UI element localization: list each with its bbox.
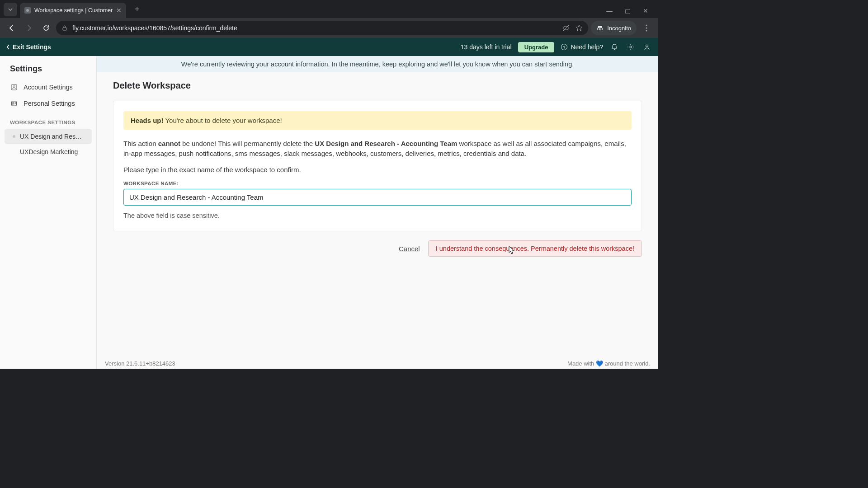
browser-menu-button[interactable]: [639, 21, 654, 35]
heart-icon: 💙: [596, 360, 603, 367]
exit-settings-label: Exit Settings: [13, 43, 51, 51]
made-with-text: Made with 💙 around the world.: [567, 360, 650, 367]
nav-reload-button[interactable]: [39, 21, 53, 35]
main-content: We're currently reviewing your account i…: [97, 56, 658, 369]
svg-point-15: [12, 102, 14, 103]
confirm-instruction: Please type in the exact name of the wor…: [123, 165, 632, 175]
window-maximize-button[interactable]: ▢: [621, 7, 634, 14]
sidebar-item-label: UX Design and Rese…: [20, 133, 85, 140]
user-icon: [643, 43, 651, 51]
workspace-name-label: WORKSPACE NAME:: [123, 181, 632, 186]
account-icon: [10, 83, 18, 91]
eye-off-icon[interactable]: [562, 24, 570, 32]
help-icon: ?: [561, 43, 568, 51]
address-bar[interactable]: fly.customer.io/workspaces/160857/settin…: [56, 21, 588, 35]
sidebar-workspace-item[interactable]: UXDesign Marketing: [5, 144, 92, 160]
account-button[interactable]: [642, 43, 652, 51]
incognito-indicator[interactable]: Incognito: [591, 21, 637, 35]
app-topbar: Exit Settings 13 days left in trial Upgr…: [0, 38, 658, 56]
personal-icon: [10, 99, 18, 108]
svg-rect-1: [63, 28, 66, 30]
sidebar-title: Settings: [0, 62, 96, 79]
site-info-icon[interactable]: [61, 25, 68, 31]
workspace-name-input[interactable]: [123, 189, 632, 206]
tab-search-button[interactable]: [4, 3, 17, 16]
sidebar-item-label: Account Settings: [24, 84, 73, 91]
need-help-button[interactable]: ? Need help?: [561, 43, 603, 51]
action-row: Cancel I understand the consequences. Pe…: [97, 239, 658, 261]
chevron-left-icon: [6, 44, 10, 50]
new-tab-button[interactable]: +: [131, 3, 143, 15]
svg-text:?: ?: [563, 45, 566, 50]
sidebar-item-personal-settings[interactable]: Personal Settings: [0, 95, 96, 112]
app-root: Exit Settings 13 days left in trial Upgr…: [0, 38, 658, 369]
app-footer: Version 21.6.11+b8214623 Made with 💙 aro…: [97, 357, 658, 369]
workspace-dot-icon: [13, 135, 15, 138]
need-help-label: Need help?: [571, 43, 603, 51]
nav-forward-button[interactable]: [22, 21, 36, 35]
review-banner: We're currently reviewing your account i…: [97, 56, 658, 72]
notifications-button[interactable]: [609, 43, 619, 51]
sidebar-workspace-active[interactable]: UX Design and Rese…: [5, 129, 92, 144]
gear-icon: [627, 43, 634, 51]
svg-point-3: [597, 28, 600, 30]
sidebar-item-account-settings[interactable]: Account Settings: [0, 79, 96, 95]
tab-close-icon[interactable]: ✕: [116, 7, 122, 14]
svg-point-7: [646, 30, 647, 31]
svg-point-13: [13, 86, 15, 88]
browser-toolbar: fly.customer.io/workspaces/160857/settin…: [0, 18, 658, 38]
case-sensitive-hint: The above field is case sensitive.: [123, 212, 632, 219]
version-text: Version 21.6.11+b8214623: [105, 360, 175, 367]
upgrade-button[interactable]: Upgrade: [518, 42, 555, 52]
tab-favicon: [24, 7, 31, 14]
incognito-icon: [596, 25, 604, 31]
svg-point-6: [646, 27, 647, 28]
window-minimize-button[interactable]: —: [603, 7, 616, 14]
warning-banner: Heads up! You're about to delete your wo…: [123, 111, 632, 130]
svg-point-4: [600, 28, 603, 30]
browser-tabstrip: Workspace settings | Customer ✕ + — ▢ ✕: [0, 0, 658, 18]
settings-sidebar: Settings Account Settings Personal Setti…: [0, 56, 97, 369]
url-text: fly.customer.io/workspaces/160857/settin…: [72, 24, 237, 32]
svg-point-11: [646, 45, 648, 47]
settings-button[interactable]: [626, 43, 636, 51]
delete-card: Heads up! You're about to delete your wo…: [113, 101, 642, 231]
svg-point-5: [646, 24, 647, 26]
window-close-button[interactable]: ✕: [639, 7, 652, 14]
browser-tab[interactable]: Workspace settings | Customer ✕: [20, 3, 126, 18]
page-title: Delete Workspace: [97, 72, 658, 96]
sidebar-item-label: UXDesign Marketing: [20, 148, 78, 155]
confirm-delete-button[interactable]: I understand the consequences. Permanent…: [428, 240, 642, 257]
bookmark-star-icon[interactable]: [576, 24, 583, 32]
warning-text: You're about to delete your workspace!: [164, 117, 282, 124]
tab-title: Workspace settings | Customer: [34, 7, 113, 14]
bell-icon: [611, 43, 618, 51]
nav-back-button[interactable]: [5, 21, 19, 35]
trial-days-text: 13 days left in trial: [461, 43, 512, 51]
sidebar-item-label: Personal Settings: [24, 100, 75, 107]
cancel-button[interactable]: Cancel: [399, 245, 420, 253]
svg-point-10: [630, 46, 632, 48]
delete-description: This action cannot be undone! This will …: [123, 139, 632, 159]
incognito-label: Incognito: [607, 25, 631, 32]
warning-strong: Heads up!: [131, 117, 164, 124]
svg-point-0: [26, 9, 29, 12]
exit-settings-button[interactable]: Exit Settings: [6, 43, 51, 51]
sidebar-section-label: WORKSPACE SETTINGS: [0, 112, 96, 129]
window-controls: — ▢ ✕: [603, 7, 655, 14]
